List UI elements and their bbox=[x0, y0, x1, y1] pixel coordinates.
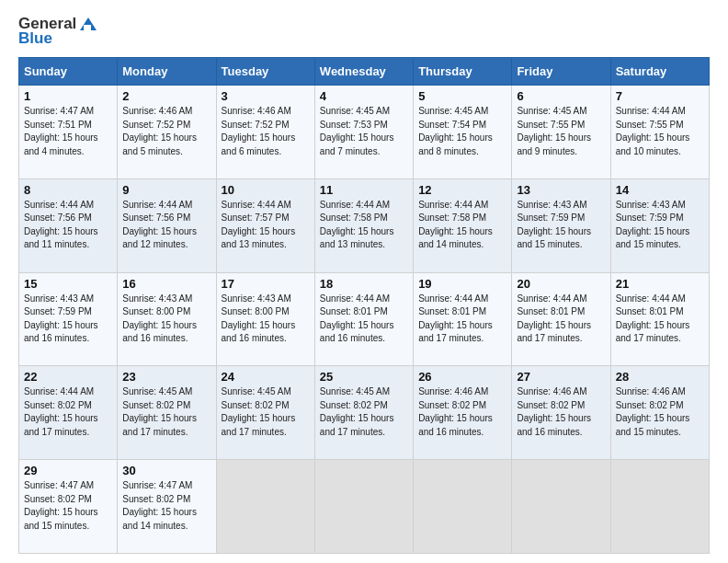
day-number: 12 bbox=[418, 183, 506, 197]
cell-sun-info: Sunrise: 4:43 AMSunset: 7:59 PMDaylight:… bbox=[616, 199, 704, 252]
cell-sun-info: Sunrise: 4:43 AMSunset: 7:59 PMDaylight:… bbox=[517, 199, 605, 252]
calendar-cell: 16Sunrise: 4:43 AMSunset: 8:00 PMDayligh… bbox=[118, 272, 216, 366]
day-number: 19 bbox=[418, 277, 506, 291]
calendar-cell: 3Sunrise: 4:46 AMSunset: 7:52 PMDaylight… bbox=[216, 86, 314, 179]
calendar-cell bbox=[414, 460, 512, 554]
calendar-cell: 30Sunrise: 4:47 AMSunset: 8:02 PMDayligh… bbox=[118, 460, 216, 554]
logo-blue: Blue bbox=[18, 29, 52, 48]
header: General Blue bbox=[18, 15, 710, 48]
calendar: SundayMondayTuesdayWednesdayThursdayFrid… bbox=[18, 57, 710, 554]
calendar-cell: 18Sunrise: 4:44 AMSunset: 8:01 PMDayligh… bbox=[314, 272, 413, 366]
day-number: 30 bbox=[122, 464, 210, 477]
calendar-week-row: 15Sunrise: 4:43 AMSunset: 7:59 PMDayligh… bbox=[19, 272, 710, 366]
day-number: 1 bbox=[24, 89, 112, 103]
calendar-cell: 4Sunrise: 4:45 AMSunset: 7:53 PMDaylight… bbox=[314, 86, 413, 179]
cell-sun-info: Sunrise: 4:45 AMSunset: 7:53 PMDaylight:… bbox=[320, 105, 408, 158]
calendar-cell: 22Sunrise: 4:44 AMSunset: 8:02 PMDayligh… bbox=[19, 366, 118, 460]
logo-arrow-icon bbox=[78, 16, 98, 32]
day-number: 14 bbox=[616, 183, 704, 197]
calendar-week-row: 1Sunrise: 4:47 AMSunset: 7:51 PMDaylight… bbox=[19, 86, 710, 179]
cell-sun-info: Sunrise: 4:44 AMSunset: 8:01 PMDaylight:… bbox=[418, 293, 506, 346]
calendar-header-row: SundayMondayTuesdayWednesdayThursdayFrid… bbox=[19, 58, 710, 86]
calendar-cell: 29Sunrise: 4:47 AMSunset: 8:02 PMDayligh… bbox=[19, 460, 118, 554]
cell-sun-info: Sunrise: 4:44 AMSunset: 7:57 PMDaylight:… bbox=[222, 199, 310, 252]
day-number: 28 bbox=[616, 370, 704, 384]
day-number: 16 bbox=[122, 277, 210, 291]
cell-sun-info: Sunrise: 4:44 AMSunset: 8:01 PMDaylight:… bbox=[616, 293, 704, 346]
day-number: 23 bbox=[122, 370, 210, 384]
day-number: 27 bbox=[517, 370, 605, 384]
calendar-cell bbox=[216, 460, 314, 554]
cell-sun-info: Sunrise: 4:44 AMSunset: 7:56 PMDaylight:… bbox=[122, 199, 210, 252]
calendar-cell: 7Sunrise: 4:44 AMSunset: 7:55 PMDaylight… bbox=[610, 86, 709, 179]
calendar-week-row: 8Sunrise: 4:44 AMSunset: 7:56 PMDaylight… bbox=[19, 178, 710, 272]
day-number: 3 bbox=[222, 89, 310, 103]
cell-sun-info: Sunrise: 4:47 AMSunset: 8:02 PMDaylight:… bbox=[122, 479, 210, 533]
cell-sun-info: Sunrise: 4:44 AMSunset: 7:58 PMDaylight:… bbox=[418, 199, 506, 252]
day-number: 20 bbox=[517, 277, 605, 291]
calendar-week-row: 22Sunrise: 4:44 AMSunset: 8:02 PMDayligh… bbox=[19, 366, 710, 460]
calendar-cell: 2Sunrise: 4:46 AMSunset: 7:52 PMDaylight… bbox=[118, 86, 216, 179]
cell-sun-info: Sunrise: 4:44 AMSunset: 8:02 PMDaylight:… bbox=[24, 385, 112, 439]
day-number: 9 bbox=[122, 183, 210, 197]
calendar-cell: 13Sunrise: 4:43 AMSunset: 7:59 PMDayligh… bbox=[512, 178, 610, 272]
calendar-cell: 15Sunrise: 4:43 AMSunset: 7:59 PMDayligh… bbox=[19, 272, 118, 366]
cell-sun-info: Sunrise: 4:43 AMSunset: 7:59 PMDaylight:… bbox=[24, 293, 112, 346]
day-number: 29 bbox=[24, 464, 112, 477]
day-number: 21 bbox=[616, 277, 704, 291]
calendar-cell: 17Sunrise: 4:43 AMSunset: 8:00 PMDayligh… bbox=[216, 272, 314, 366]
day-number: 10 bbox=[222, 183, 310, 197]
day-number: 18 bbox=[320, 277, 408, 291]
calendar-cell: 5Sunrise: 4:45 AMSunset: 7:54 PMDaylight… bbox=[414, 86, 512, 179]
header-day-friday: Friday bbox=[512, 58, 610, 86]
day-number: 17 bbox=[222, 277, 310, 291]
svg-marker-1 bbox=[84, 25, 91, 30]
cell-sun-info: Sunrise: 4:46 AMSunset: 8:02 PMDaylight:… bbox=[418, 385, 506, 439]
calendar-cell: 26Sunrise: 4:46 AMSunset: 8:02 PMDayligh… bbox=[414, 366, 512, 460]
day-number: 4 bbox=[320, 89, 408, 103]
calendar-cell bbox=[610, 460, 709, 554]
page: General Blue SundayMondayTuesdayWednesda… bbox=[0, 0, 728, 563]
day-number: 26 bbox=[418, 370, 506, 384]
cell-sun-info: Sunrise: 4:44 AMSunset: 7:56 PMDaylight:… bbox=[24, 199, 112, 252]
calendar-cell: 21Sunrise: 4:44 AMSunset: 8:01 PMDayligh… bbox=[610, 272, 709, 366]
cell-sun-info: Sunrise: 4:44 AMSunset: 8:01 PMDaylight:… bbox=[517, 293, 605, 346]
calendar-cell: 11Sunrise: 4:44 AMSunset: 7:58 PMDayligh… bbox=[314, 178, 413, 272]
day-number: 24 bbox=[222, 370, 310, 384]
header-day-monday: Monday bbox=[118, 58, 216, 86]
calendar-cell: 28Sunrise: 4:46 AMSunset: 8:02 PMDayligh… bbox=[610, 366, 709, 460]
cell-sun-info: Sunrise: 4:45 AMSunset: 7:55 PMDaylight:… bbox=[517, 105, 605, 158]
day-number: 5 bbox=[418, 89, 506, 103]
day-number: 8 bbox=[24, 183, 112, 197]
day-number: 6 bbox=[517, 89, 605, 103]
calendar-cell: 20Sunrise: 4:44 AMSunset: 8:01 PMDayligh… bbox=[512, 272, 610, 366]
day-number: 11 bbox=[320, 183, 408, 197]
calendar-cell: 9Sunrise: 4:44 AMSunset: 7:56 PMDaylight… bbox=[118, 178, 216, 272]
cell-sun-info: Sunrise: 4:46 AMSunset: 7:52 PMDaylight:… bbox=[222, 105, 310, 158]
cell-sun-info: Sunrise: 4:43 AMSunset: 8:00 PMDaylight:… bbox=[122, 293, 210, 346]
cell-sun-info: Sunrise: 4:47 AMSunset: 8:02 PMDaylight:… bbox=[24, 479, 112, 533]
cell-sun-info: Sunrise: 4:47 AMSunset: 7:51 PMDaylight:… bbox=[24, 105, 112, 158]
day-number: 22 bbox=[24, 370, 112, 384]
calendar-cell: 14Sunrise: 4:43 AMSunset: 7:59 PMDayligh… bbox=[610, 178, 709, 272]
calendar-cell: 25Sunrise: 4:45 AMSunset: 8:02 PMDayligh… bbox=[314, 366, 413, 460]
cell-sun-info: Sunrise: 4:45 AMSunset: 8:02 PMDaylight:… bbox=[122, 385, 210, 439]
header-day-sunday: Sunday bbox=[19, 58, 118, 86]
cell-sun-info: Sunrise: 4:45 AMSunset: 7:54 PMDaylight:… bbox=[418, 105, 506, 158]
calendar-cell: 27Sunrise: 4:46 AMSunset: 8:02 PMDayligh… bbox=[512, 366, 610, 460]
day-number: 25 bbox=[320, 370, 408, 384]
calendar-cell: 12Sunrise: 4:44 AMSunset: 7:58 PMDayligh… bbox=[414, 178, 512, 272]
header-day-saturday: Saturday bbox=[610, 58, 709, 86]
calendar-week-row: 29Sunrise: 4:47 AMSunset: 8:02 PMDayligh… bbox=[19, 460, 710, 554]
cell-sun-info: Sunrise: 4:44 AMSunset: 7:58 PMDaylight:… bbox=[320, 199, 408, 252]
cell-sun-info: Sunrise: 4:45 AMSunset: 8:02 PMDaylight:… bbox=[222, 385, 310, 439]
day-number: 7 bbox=[616, 89, 704, 103]
day-number: 13 bbox=[517, 183, 605, 197]
cell-sun-info: Sunrise: 4:45 AMSunset: 8:02 PMDaylight:… bbox=[320, 385, 408, 439]
header-day-tuesday: Tuesday bbox=[216, 58, 314, 86]
day-number: 15 bbox=[24, 277, 112, 291]
calendar-cell bbox=[314, 460, 413, 554]
cell-sun-info: Sunrise: 4:44 AMSunset: 8:01 PMDaylight:… bbox=[320, 293, 408, 346]
header-day-wednesday: Wednesday bbox=[314, 58, 413, 86]
calendar-cell: 8Sunrise: 4:44 AMSunset: 7:56 PMDaylight… bbox=[19, 178, 118, 272]
